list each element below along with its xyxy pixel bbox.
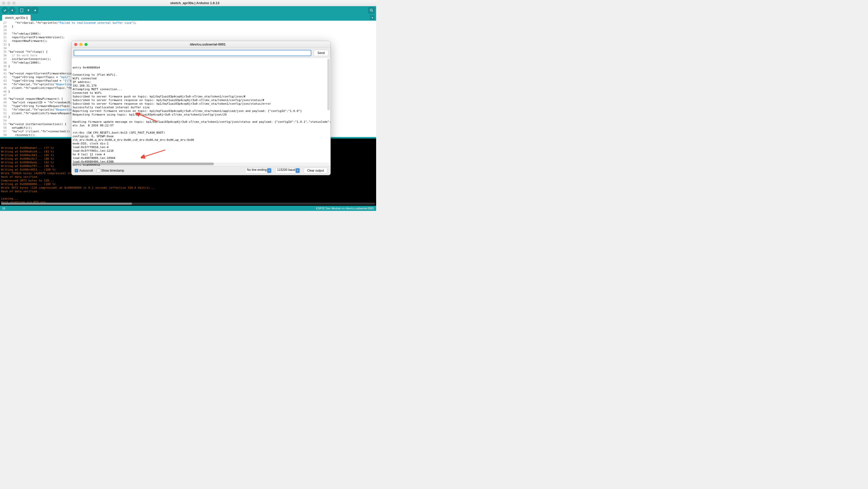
status-bar: 16 ESP32 Dev Module on /dev/cu.usbserial… (0, 206, 376, 211)
serial-monitor-button[interactable] (368, 7, 375, 13)
tab-sketch[interactable]: sketch_apr30a § (2, 15, 31, 21)
serial-input-row: Send (71, 48, 331, 58)
tab-menu-button[interactable]: ▾ (370, 15, 375, 20)
upload-button[interactable] (9, 7, 16, 14)
timestamp-checkbox[interactable]: Show timestamp (97, 169, 124, 173)
main-titlebar: sketch_apr30a | Arduino 1.8.13 (0, 0, 376, 6)
status-board: ESP32 Dev Module on /dev/cu.usbserial-00… (316, 207, 374, 210)
verify-button[interactable] (2, 7, 8, 14)
zoom-icon[interactable] (12, 2, 16, 5)
main-window-title: sketch_apr30a | Arduino 1.8.13 (16, 1, 374, 5)
open-button[interactable] (25, 7, 32, 13)
save-button[interactable] (32, 7, 38, 13)
line-ending-select[interactable]: No line ending ▾ (245, 168, 272, 174)
zoom-icon[interactable] (85, 43, 88, 46)
serial-output[interactable]: entry 0x400806b4 Connecting to [Flat-WiF… (71, 58, 331, 166)
serial-footer: ✓ Autoscroll Show timestamp No line endi… (71, 166, 331, 175)
clear-output-button[interactable]: Clear output (304, 168, 327, 174)
serial-input[interactable] (74, 50, 311, 56)
line-gutter: 27 28 29 30 31 32 33 34 35 36 37 38 39 4… (0, 21, 8, 137)
minimize-icon[interactable] (79, 43, 83, 46)
tab-bar: sketch_apr30a § ▾ (0, 14, 376, 21)
serial-titlebar[interactable]: /dev/cu.usbserial-0001 (71, 41, 331, 48)
status-line: 16 (2, 207, 5, 210)
serial-traffic-lights (74, 43, 88, 46)
serial-window-title: /dev/cu.usbserial-0001 (88, 42, 328, 46)
toolbar (0, 6, 376, 14)
serial-output-text: entry 0x400806b4 Connecting to [Flat-WiF… (72, 66, 330, 166)
svg-rect-0 (21, 9, 23, 12)
new-button[interactable] (19, 7, 25, 13)
svg-point-1 (370, 9, 372, 11)
serial-monitor-window: /dev/cu.usbserial-0001 Send entry 0x4008… (71, 41, 331, 175)
console-hscrollbar[interactable] (1, 203, 375, 205)
baud-select[interactable]: 115200 baud ▾ (275, 168, 300, 174)
close-icon[interactable] (74, 43, 77, 46)
checkbox-icon: ✓ (75, 169, 78, 173)
minimize-icon[interactable] (7, 2, 10, 5)
autoscroll-checkbox[interactable]: ✓ Autoscroll (75, 169, 93, 173)
serial-hscrollbar[interactable] (72, 162, 330, 165)
main-traffic-lights (2, 2, 16, 5)
checkbox-icon (97, 169, 100, 173)
send-button[interactable]: Send (314, 50, 328, 56)
serial-vscrollbar[interactable] (327, 59, 330, 110)
close-icon[interactable] (2, 2, 5, 5)
